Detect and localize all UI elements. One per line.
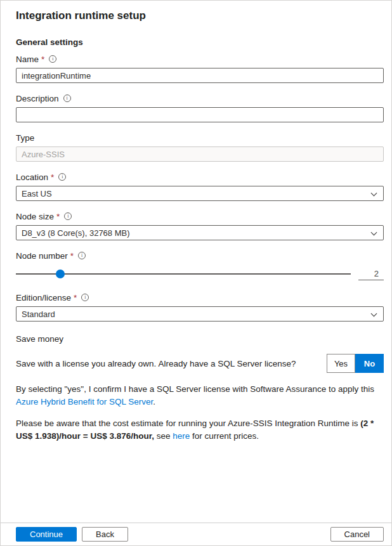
node-number-label: Node number [16,251,68,261]
license-question-row: Save with a license you already own. Alr… [16,354,384,373]
node-size-label: Node size [16,212,54,221]
chevron-down-icon [371,311,377,317]
node-number-label-row: Node number * [16,250,384,261]
license-question: Save with a license you already own. Alr… [16,359,296,368]
back-button[interactable]: Back [82,527,128,542]
slider-thumb[interactable] [56,270,65,278]
description-field-group: Description [16,93,384,122]
prices-here-link[interactable]: here [173,431,190,441]
edition-info-icon[interactable] [81,294,89,301]
location-selected-value: East US [22,189,52,198]
cancel-button[interactable]: Cancel [330,527,384,542]
node-size-label-row: Node size * [16,211,384,222]
node-size-info-icon[interactable] [64,212,72,220]
name-required-marker: * [41,55,44,64]
chevron-down-icon [371,230,377,236]
page-title: Integration runtime setup [16,10,384,22]
node-number-slider[interactable] [16,270,351,278]
cost-text: Please be aware that the cost estimate f… [16,419,358,428]
chevron-down-icon [371,190,377,197]
edition-field-group: Edition/license * Standard [16,292,384,322]
type-label: Type [16,133,34,143]
location-label: Location [16,172,48,182]
location-dropdown[interactable]: East US [16,186,384,201]
continue-button[interactable]: Continue [16,527,77,542]
cost-after-text: for current prices. [192,431,259,441]
slider-track [16,273,351,275]
edition-dropdown[interactable]: Standard [16,306,384,322]
save-money-heading: Save money [16,334,384,344]
edition-label-row: Edition/license * [16,292,384,303]
node-number-slider-row: 2 [16,264,384,283]
node-number-value[interactable]: 2 [358,268,384,280]
footer-bar: Continue Back Cancel [1,523,391,545]
name-input[interactable] [16,68,384,83]
description-input[interactable] [16,107,384,122]
node-number-required-marker: * [70,251,74,261]
panel-content: Integration runtime setup General settin… [1,1,391,443]
cost-estimate-paragraph: Please be aware that the cost estimate f… [16,417,382,443]
azure-hybrid-benefit-link[interactable]: Azure Hybrid Benefit for SQL Server [16,397,153,406]
name-field-group: Name * [16,53,384,83]
node-number-field-group: Node number * 2 [16,250,384,283]
integration-runtime-setup-panel: Integration runtime setup General settin… [0,0,392,546]
node-number-info-icon[interactable] [78,252,86,259]
confirm-period: . [153,397,155,406]
location-field-group: Location * East US [16,171,384,201]
general-settings-heading: General settings [16,37,384,47]
location-label-row: Location * [16,171,384,183]
edition-selected-value: Standard [22,309,55,319]
location-info-icon[interactable] [58,173,66,181]
no-button[interactable]: No [355,354,384,373]
edition-required-marker: * [74,293,77,302]
type-input [16,146,384,162]
license-confirm-paragraph: By selecting "yes", I confirm I have a S… [16,383,382,409]
node-size-dropdown[interactable]: D8_v3 (8 Core(s), 32768 MB) [16,225,384,240]
yes-no-toggle: Yes No [327,354,384,373]
yes-button[interactable]: Yes [327,354,355,373]
node-size-selected-value: D8_v3 (8 Core(s), 32768 MB) [22,228,130,238]
edition-label: Edition/license [16,293,71,302]
description-label: Description [16,94,59,103]
name-info-icon[interactable] [49,55,56,63]
node-size-field-group: Node size * D8_v3 (8 Core(s), 32768 MB) [16,211,384,240]
type-label-row: Type [16,132,384,143]
description-label-row: Description [16,93,384,104]
location-required-marker: * [51,172,54,182]
cost-see-text: see [157,431,171,441]
type-field-group: Type [16,132,384,162]
name-label: Name [16,55,39,64]
node-size-required-marker: * [56,212,60,221]
name-label-row: Name * [16,53,384,65]
description-info-icon[interactable] [63,94,71,102]
confirm-text: By selecting "yes", I confirm I have a S… [16,384,374,394]
